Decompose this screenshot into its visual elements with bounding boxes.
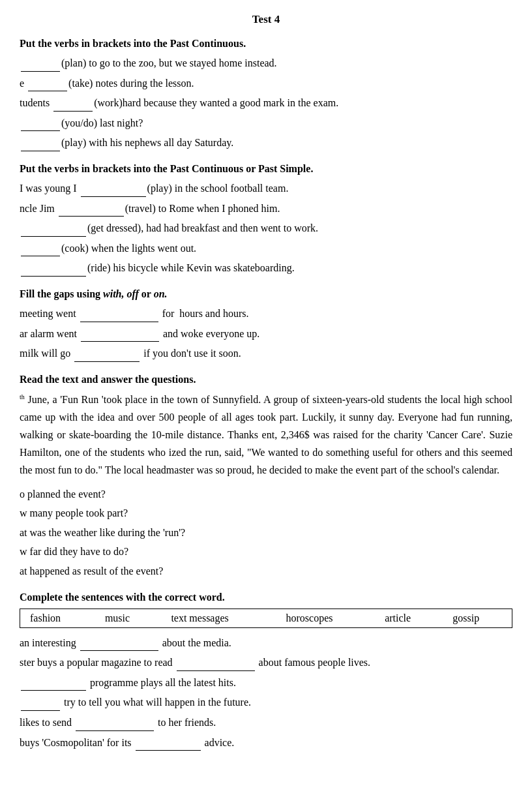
list-item: tudents (work)hard because they wanted a…	[20, 95, 512, 112]
section-1: Put the verbs in brackets into the Past …	[20, 38, 512, 151]
word-bank-item: horoscopes	[276, 609, 376, 627]
list-item: meeting went for hours and hours.	[20, 305, 512, 322]
list-item: (you/do) last night?	[20, 115, 512, 132]
list-item: (ride) his bicycle while Kevin was skate…	[20, 260, 512, 277]
section2-title: Put the verbs in brackets into the Past …	[20, 163, 512, 175]
word-bank-table: fashion music text messages horoscopes a…	[20, 609, 512, 628]
questions-list: o planned the event? w many people took …	[20, 486, 512, 580]
section-4: Read the text and answer the questions. …	[20, 374, 512, 580]
section3-title: Fill the gaps using with, off or on.	[20, 288, 512, 300]
section-5: Complete the sentences with the correct …	[20, 592, 512, 751]
list-item: (plan) to go to the zoo, but we stayed h…	[20, 55, 512, 72]
list-item: w far did they have to do?	[20, 543, 512, 560]
word-bank-item: fashion	[20, 609, 95, 627]
list-item: I was young I (play) in the school footb…	[20, 180, 512, 197]
word-bank-item: text messages	[161, 609, 276, 627]
list-item: o planned the event?	[20, 486, 512, 503]
word-bank-item: article	[375, 609, 443, 627]
list-item: buys 'Cosmopolitan' for its advice.	[20, 734, 512, 751]
list-item: ar alarm went and woke everyone up.	[20, 325, 512, 342]
list-item: (cook) when the lights went out.	[20, 240, 512, 257]
section4-title: Read the text and answer the questions.	[20, 374, 512, 385]
list-item: milk will go if you don't use it soon.	[20, 345, 512, 362]
list-item: an interesting about the media.	[20, 635, 512, 652]
list-item: at happened as result of the event?	[20, 563, 512, 580]
list-item: try to tell you what will happen in the …	[20, 694, 512, 711]
list-item: likes to send to her friends.	[20, 714, 512, 731]
reading-text: th June, a 'Fun Run 'took place in the t…	[20, 391, 512, 479]
word-bank-item: music	[95, 609, 161, 627]
list-item: w many people took part?	[20, 505, 512, 522]
section-2: Put the verbs in brackets into the Past …	[20, 163, 512, 277]
section-3: Fill the gaps using with, off or on. mee…	[20, 288, 512, 362]
section1-title: Put the verbs in brackets into the Past …	[20, 38, 512, 50]
list-item: ncle Jim (travel) to Rome when I phoned …	[20, 200, 512, 217]
list-item: e (take) notes during the lesson.	[20, 75, 512, 92]
section5-title: Complete the sentences with the correct …	[20, 592, 512, 603]
list-item: (get dressed), had had breakfast and the…	[20, 220, 512, 237]
list-item: ster buys a popular magazine to read abo…	[20, 654, 512, 671]
list-item: programme plays all the latest hits.	[20, 674, 512, 691]
word-bank-item: gossip	[443, 609, 512, 627]
list-item: (play) with his nephews all day Saturday…	[20, 134, 512, 151]
page-title: Test 4	[20, 13, 512, 26]
list-item: at was the weather like during the 'run'…	[20, 524, 512, 541]
